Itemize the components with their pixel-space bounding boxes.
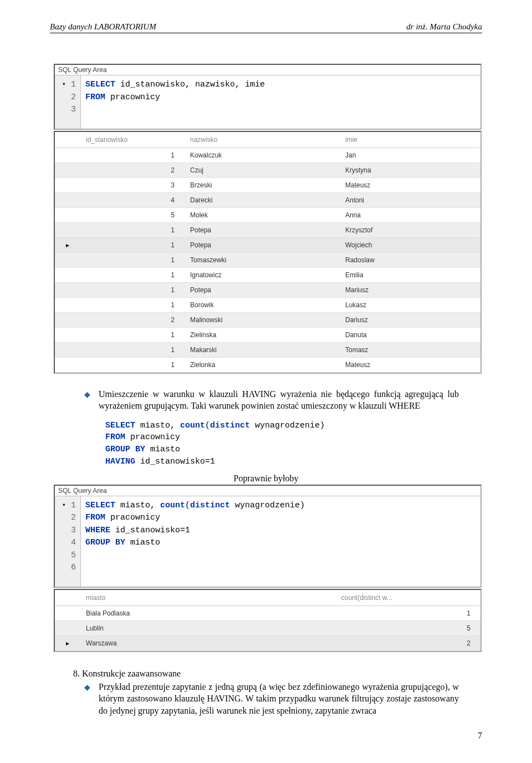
sql-editor-2[interactable]: • 1 2 3 4 5 6 SELECT miasto, count(disti… <box>55 496 480 587</box>
query-area-title-2: SQL Query Area <box>55 486 480 496</box>
section-8-heading: 8. Konstrukcje zaawansowane <box>73 669 459 679</box>
table-row[interactable]: ▸Warszawa2 <box>55 636 480 651</box>
table-row[interactable]: 2CzujKrystyna <box>55 163 480 178</box>
table-row[interactable]: 1ZielinskaDanuta <box>55 328 480 343</box>
table-row[interactable]: ▸1PotepaWojciech <box>55 238 480 253</box>
query-panel-1: SQL Query Area • 1 2 3 SELECT id_stanowi… <box>50 64 482 374</box>
table-row[interactable]: 1MakarskiTomasz <box>55 343 480 358</box>
table-row[interactable]: 1IgnatowiczEmilia <box>55 268 480 283</box>
page-header: Bazy danych LABORATORIUM dr inż. Marta C… <box>50 22 482 33</box>
header-left: Bazy danych LABORATORIUM <box>50 22 156 32</box>
table-row[interactable]: 1PotepaKrzysztof <box>55 223 480 238</box>
query-panel-2: SQL Query Area • 1 2 3 4 5 6 SELECT mias… <box>50 485 482 652</box>
sql-editor[interactable]: • 1 2 3 SELECT id_stanowisko, nazwisko, … <box>55 75 480 129</box>
section-8-body: ◆ Przykład prezentuje zapytanie z jedną … <box>84 681 459 717</box>
result-grid-1: id_stanowiskonazwiskoimie1KowalczukJan2C… <box>54 131 482 374</box>
result-grid-2: miastocount(distinct w...Biala Podlaska1… <box>54 589 482 652</box>
table-row[interactable]: 2MalinowskiDariusz <box>55 313 480 328</box>
table-row[interactable]: 1PotepaMariusz <box>55 283 480 298</box>
table-row[interactable]: 1KowalczukJan <box>55 148 480 163</box>
section-8-text: Przykład prezentuje zapytanie z jedną gr… <box>99 681 459 717</box>
query-area-title: SQL Query Area <box>55 65 480 75</box>
table-row[interactable]: Lublin5 <box>55 621 480 636</box>
paragraph-having-note: ◆ Umieszczenie w warunku w klauzuli HAVI… <box>84 388 459 412</box>
table-row[interactable]: 5MolekAnna <box>55 208 480 223</box>
header-right: dr inż. Marta Chodyka <box>406 22 482 32</box>
center-label: Poprawnie byłoby <box>50 474 482 484</box>
table-row[interactable]: 1ZielonkaMateusz <box>55 358 480 373</box>
paragraph-text: Umieszczenie w warunku w klauzuli HAVING… <box>99 388 459 412</box>
table-row[interactable]: 3BrzeskiMateusz <box>55 178 480 193</box>
table-row[interactable]: 1TomaszewkiRadoslaw <box>55 253 480 268</box>
bullet-icon: ◆ <box>84 388 93 412</box>
table-row[interactable]: 1BorowikLukasz <box>55 298 480 313</box>
table-row[interactable]: Biala Podlaska1 <box>55 606 480 621</box>
page-number: 7 <box>50 731 482 741</box>
bullet-icon: ◆ <box>84 681 93 717</box>
sql-code-sample: SELECT miasto, count(distinct wynagrodze… <box>105 420 482 468</box>
table-row[interactable]: 4DareckiAntoni <box>55 193 480 208</box>
